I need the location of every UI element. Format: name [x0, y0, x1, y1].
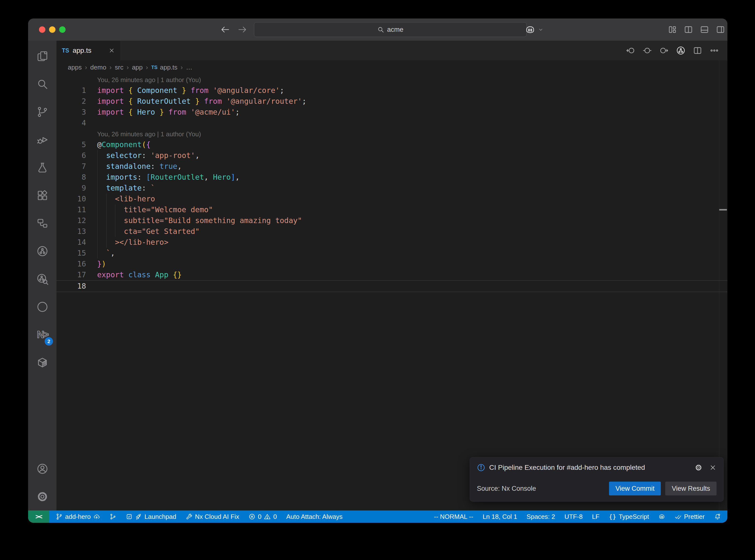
breadcrumb-item-[interactable]: …	[186, 64, 192, 71]
status-item-label: -- NORMAL --	[434, 513, 473, 521]
toggle-panel-button[interactable]	[700, 25, 709, 34]
status-item-prettier[interactable]: Prettier	[675, 513, 705, 521]
activity-item-extensions[interactable]	[28, 181, 57, 209]
split-editor-button[interactable]	[693, 46, 702, 55]
notification-title: CI Pipeline Execution for #add-hero has …	[489, 464, 691, 472]
notification-settings-icon[interactable]	[695, 464, 702, 471]
breadcrumb: apps›demo›src›app›TSapp.ts›…	[57, 60, 728, 74]
activity-item-search[interactable]	[28, 70, 57, 98]
code-token: cta="Get Started"	[97, 227, 199, 236]
breadcrumb-item-appts[interactable]: TSapp.ts	[151, 64, 177, 71]
view-results-button[interactable]: View Results	[665, 482, 717, 495]
go-back-icon[interactable]	[220, 25, 230, 34]
status-item-eol[interactable]: LF	[592, 513, 599, 521]
code-token: Component	[102, 140, 142, 149]
customize-layout-button[interactable]	[668, 25, 677, 34]
status-item-cursor-position[interactable]: Ln 18, Col 1	[482, 513, 517, 521]
breadcrumb-separator: ›	[146, 64, 148, 71]
nx-project-graph-button[interactable]	[676, 46, 686, 55]
activity-item-settings[interactable]	[28, 483, 57, 511]
code-line: 10 <lib-hero	[57, 194, 728, 204]
code-token	[97, 151, 106, 160]
toggle-secondary-sidebar-button[interactable]	[716, 25, 725, 34]
status-item-copilot[interactable]	[658, 513, 665, 520]
breadcrumb-item-demo[interactable]: demo	[90, 64, 106, 71]
status-item-problems[interactable]: 00	[249, 513, 277, 521]
code-token: template	[106, 184, 142, 192]
breadcrumb-label: src	[115, 64, 123, 71]
go-forward-icon[interactable]	[238, 25, 247, 34]
zoom-window-button[interactable]	[59, 26, 65, 33]
nav-position-button[interactable]	[642, 46, 652, 55]
breadcrumb-separator: ›	[85, 64, 87, 71]
code-token	[208, 86, 213, 95]
graph-circle-icon	[37, 245, 48, 257]
notification-close-icon[interactable]	[709, 464, 717, 471]
blame-annotation: You, 26 minutes ago | 1 author (You)	[97, 74, 728, 85]
status-item-vim-mode[interactable]: -- NORMAL --	[434, 513, 473, 521]
status-item-encoding[interactable]: UTF-8	[564, 513, 583, 521]
breadcrumb-item-app[interactable]: app	[132, 64, 142, 71]
breadcrumb-label: app	[132, 64, 142, 71]
activity-item-nx-graph[interactable]	[28, 237, 57, 265]
breadcrumb-item-apps[interactable]: apps	[68, 64, 82, 71]
status-item-commit-graph[interactable]	[110, 513, 116, 520]
code-line: 14 ></lib-hero>	[57, 237, 728, 248]
code-token: {	[128, 97, 133, 105]
status-item-git-branch[interactable]: add-hero	[56, 513, 100, 521]
code-token: <lib-hero	[97, 195, 155, 203]
code-token: :	[142, 151, 151, 160]
close-window-button[interactable]	[39, 26, 45, 33]
code-token: }	[97, 260, 102, 268]
line-text: import { Hero } from '@acme/ui';	[97, 107, 728, 118]
line-number: 9	[57, 183, 97, 194]
tab-close-button[interactable]	[108, 47, 115, 54]
code-token: ,	[177, 162, 182, 171]
nav-back-button[interactable]	[626, 46, 635, 55]
code-line: 18	[57, 280, 728, 292]
code-token	[97, 184, 106, 192]
activity-item-project-details[interactable]	[28, 209, 57, 237]
minimize-window-button[interactable]	[49, 26, 56, 33]
code-line: 17export class App {}	[57, 269, 728, 280]
command-center[interactable]: acme	[254, 22, 527, 37]
activity-item-testing[interactable]	[28, 154, 57, 181]
container-icon	[37, 357, 48, 368]
activity-item-nx-graph-search[interactable]	[28, 265, 57, 293]
activity-item-explorer[interactable]	[28, 42, 57, 70]
activity-item-edge-browser[interactable]	[28, 293, 57, 321]
code-token: ]	[231, 173, 235, 181]
notification-buttons: View CommitView Results	[609, 482, 717, 495]
code-line: 16})	[57, 259, 728, 269]
line-text: <lib-hero	[97, 194, 728, 204]
view-commit-button[interactable]: View Commit	[609, 482, 661, 495]
line-text	[97, 118, 728, 128]
tab-app-ts[interactable]: TS app.ts	[57, 41, 121, 60]
remote-indicator[interactable]: ><	[28, 511, 49, 523]
activity-item-containers[interactable]	[28, 348, 57, 376]
toggle-panel-icon	[700, 25, 709, 34]
status-item-nx-cloud-ai-fix[interactable]: Nx Cloud AI Fix	[186, 513, 239, 521]
status-item-notifications-bell[interactable]	[714, 513, 721, 520]
split-editor-button[interactable]	[684, 25, 693, 34]
copilot-menu[interactable]	[525, 19, 543, 41]
breadcrumb-item-src[interactable]: src	[115, 64, 123, 71]
status-item-launchpad[interactable]: Launchpad	[126, 513, 176, 521]
status-item-language-mode[interactable]: {}TypeScript	[609, 513, 649, 521]
activity-item-accounts[interactable]	[28, 455, 57, 483]
code-line: 1import { Component } from '@angular/cor…	[57, 85, 728, 96]
code-editor[interactable]: You, 26 minutes ago | 1 author (You)1imp…	[57, 74, 728, 511]
activity-item-nx-console[interactable]: N>2	[28, 321, 57, 348]
more-actions-button[interactable]	[710, 46, 719, 55]
code-token: '@acme/ui'	[191, 108, 235, 116]
code-token: Hero	[137, 108, 155, 116]
code-token	[222, 97, 226, 105]
line-text: cta="Get Started"	[97, 226, 728, 237]
activity-item-source-control[interactable]	[28, 98, 57, 126]
code-token: ></lib-hero>	[97, 238, 168, 246]
activity-item-run-debug[interactable]	[28, 126, 57, 154]
status-item-auto-attach[interactable]: Auto Attach: Always	[286, 513, 342, 521]
status-item-indentation[interactable]: Spaces: 2	[527, 513, 555, 521]
nav-forward-button[interactable]	[659, 46, 669, 55]
line-number: 8	[57, 172, 97, 183]
